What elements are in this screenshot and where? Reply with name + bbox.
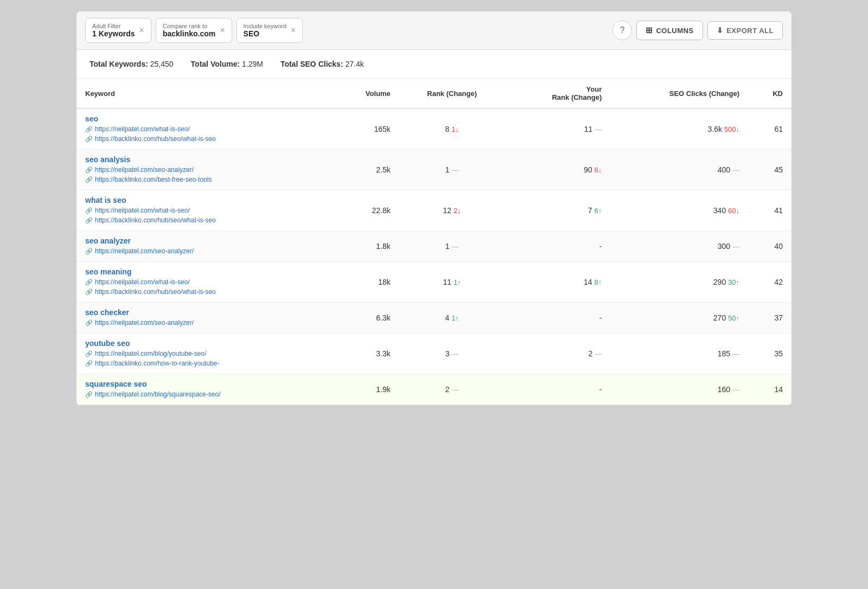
kd-cell: 42 xyxy=(748,262,792,303)
kd-cell: 45 xyxy=(748,150,792,190)
col-header-kd: KD xyxy=(748,79,792,108)
keyword-url[interactable]: 🔗https://neilpatel.com/what-is-seo/ xyxy=(85,206,324,215)
table-row: seo 🔗https://neilpatel.com/what-is-seo/🔗… xyxy=(76,108,792,150)
help-button[interactable]: ? xyxy=(612,21,632,40)
external-link-icon: 🔗 xyxy=(85,390,93,399)
external-link-icon: 🔗 xyxy=(85,206,93,215)
filter-chip-keyword-close[interactable]: × xyxy=(291,26,296,35)
your-rank-cell: - xyxy=(505,303,611,334)
external-link-icon: 🔗 xyxy=(85,216,93,225)
table-row: seo analysis 🔗https://neilpatel.com/seo-… xyxy=(76,150,792,190)
keyword-url[interactable]: 🔗https://neilpatel.com/seo-analyzer/ xyxy=(85,246,324,256)
col-header-volume: Volume xyxy=(333,79,399,108)
kd-cell: 37 xyxy=(748,303,792,334)
volume-cell: 1.9k xyxy=(333,374,399,405)
table-row: seo checker 🔗https://neilpatel.com/seo-a… xyxy=(76,303,792,334)
total-keywords-value: 25,450 xyxy=(150,60,174,68)
table-row: seo meaning 🔗https://neilpatel.com/what-… xyxy=(76,262,792,303)
keyword-url[interactable]: 🔗https://backlinko.com/hub/seo/what-is-s… xyxy=(85,134,324,144)
volume-cell: 165k xyxy=(333,108,399,150)
rank-cell: 3 — xyxy=(399,334,505,374)
external-link-icon: 🔗 xyxy=(85,318,93,328)
keyword-url[interactable]: 🔗https://neilpatel.com/blog/squarespace-… xyxy=(85,389,324,399)
keyword-name[interactable]: seo checker xyxy=(85,308,324,317)
filter-chip-keyword[interactable]: Include keyword SEO × xyxy=(237,18,303,43)
filter-chip-adult-value: 1 Keywords xyxy=(92,29,135,38)
keyword-cell: seo analysis 🔗https://neilpatel.com/seo-… xyxy=(76,150,333,190)
col-header-keyword: Keyword xyxy=(76,79,333,108)
filter-chip-adult-close[interactable]: × xyxy=(139,26,144,35)
keyword-url[interactable]: 🔗https://backlinko.com/hub/seo/what-is-s… xyxy=(85,215,324,225)
table-row: youtube seo 🔗https://neilpatel.com/blog/… xyxy=(76,334,792,374)
keyword-url[interactable]: 🔗https://neilpatel.com/blog/youtube-seo/ xyxy=(85,349,324,358)
keyword-url[interactable]: 🔗https://neilpatel.com/what-is-seo/ xyxy=(85,277,324,287)
total-seo-clicks-label: Total SEO Clicks: xyxy=(280,60,343,68)
kd-cell: 61 xyxy=(748,108,792,150)
filter-chip-keyword-label: Include keyword xyxy=(244,23,287,29)
keyword-cell: what is seo 🔗https://neilpatel.com/what-… xyxy=(76,190,333,231)
main-container: Adult Filter 1 Keywords × Compare rank t… xyxy=(76,11,792,406)
export-label: EXPORT ALL xyxy=(726,27,774,35)
keyword-url[interactable]: 🔗https://neilpatel.com/seo-analyzer/ xyxy=(85,318,324,328)
rank-cell: 1 — xyxy=(399,231,505,262)
summary-bar: Total Keywords: 25,450 Total Volume: 1.2… xyxy=(76,50,792,79)
columns-icon: ⊞ xyxy=(646,25,653,35)
keyword-url[interactable]: 🔗https://backlinko.com/best-free-seo-too… xyxy=(85,175,324,184)
volume-cell: 2.5k xyxy=(333,150,399,190)
external-link-icon: 🔗 xyxy=(85,125,93,134)
keyword-cell: squarespace seo 🔗https://neilpatel.com/b… xyxy=(76,374,333,405)
total-seo-clicks-value: 27.4k xyxy=(345,60,363,68)
filter-chip-compare-close[interactable]: × xyxy=(220,26,225,35)
kd-cell: 41 xyxy=(748,190,792,231)
your-rank-cell: 11 — xyxy=(505,108,611,150)
keyword-name[interactable]: youtube seo xyxy=(85,339,324,348)
keyword-url[interactable]: 🔗https://backlinko.com/hub/seo/what-is-s… xyxy=(85,287,324,297)
filter-chip-adult[interactable]: Adult Filter 1 Keywords × xyxy=(85,18,151,43)
keyword-url[interactable]: 🔗https://backlinko.com/how-to-rank-youtu… xyxy=(85,358,324,368)
external-link-icon: 🔗 xyxy=(85,349,93,358)
keyword-name[interactable]: seo xyxy=(85,114,324,123)
kd-cell: 35 xyxy=(748,334,792,374)
total-volume-label: Total Volume: xyxy=(191,60,240,68)
columns-label: COLUMNS xyxy=(656,27,693,35)
your-rank-cell: 90 6↓ xyxy=(505,150,611,190)
table-row: seo analyzer 🔗https://neilpatel.com/seo-… xyxy=(76,231,792,262)
external-link-icon: 🔗 xyxy=(85,175,93,184)
filter-bar: Adult Filter 1 Keywords × Compare rank t… xyxy=(76,11,792,50)
keyword-url[interactable]: 🔗https://neilpatel.com/what-is-seo/ xyxy=(85,124,324,134)
rank-cell: 4 1↑ xyxy=(399,303,505,334)
filter-chip-compare[interactable]: Compare rank to backlinko.com × xyxy=(156,18,232,43)
keyword-name[interactable]: squarespace seo xyxy=(85,380,324,388)
col-header-your-rank: YourRank (Change) xyxy=(505,79,611,108)
export-button[interactable]: ⬇ EXPORT ALL xyxy=(707,21,783,40)
total-volume-value: 1.29M xyxy=(242,60,263,68)
seo-clicks-cell: 300 — xyxy=(610,231,748,262)
seo-clicks-cell: 400 — xyxy=(610,150,748,190)
keyword-cell: seo checker 🔗https://neilpatel.com/seo-a… xyxy=(76,303,333,334)
total-keywords: Total Keywords: 25,450 xyxy=(90,60,174,68)
keyword-name[interactable]: seo meaning xyxy=(85,267,324,276)
seo-clicks-cell: 340 60↓ xyxy=(610,190,748,231)
table-row: what is seo 🔗https://neilpatel.com/what-… xyxy=(76,190,792,231)
keyword-cell: seo analyzer 🔗https://neilpatel.com/seo-… xyxy=(76,231,333,262)
your-rank-cell: - xyxy=(505,374,611,405)
columns-button[interactable]: ⊞ COLUMNS xyxy=(636,21,703,40)
external-link-icon: 🔗 xyxy=(85,287,93,297)
kd-cell: 14 xyxy=(748,374,792,405)
seo-clicks-cell: 185 — xyxy=(610,334,748,374)
rank-cell: 12 2↓ xyxy=(399,190,505,231)
keyword-name[interactable]: what is seo xyxy=(85,196,324,204)
rank-cell: 11 1↑ xyxy=(399,262,505,303)
volume-cell: 3.3k xyxy=(333,334,399,374)
keyword-cell: youtube seo 🔗https://neilpatel.com/blog/… xyxy=(76,334,333,374)
volume-cell: 18k xyxy=(333,262,399,303)
keyword-url[interactable]: 🔗https://neilpatel.com/seo-analyzer/ xyxy=(85,165,324,175)
col-header-seo-clicks: SEO Clicks (Change) xyxy=(610,79,748,108)
keyword-name[interactable]: seo analyzer xyxy=(85,236,324,245)
rank-cell: 8 1↓ xyxy=(399,108,505,150)
table-row: squarespace seo 🔗https://neilpatel.com/b… xyxy=(76,374,792,405)
keyword-name[interactable]: seo analysis xyxy=(85,155,324,164)
export-icon: ⬇ xyxy=(717,26,724,35)
your-rank-cell: 7 6↑ xyxy=(505,190,611,231)
keyword-cell: seo 🔗https://neilpatel.com/what-is-seo/🔗… xyxy=(76,108,333,150)
